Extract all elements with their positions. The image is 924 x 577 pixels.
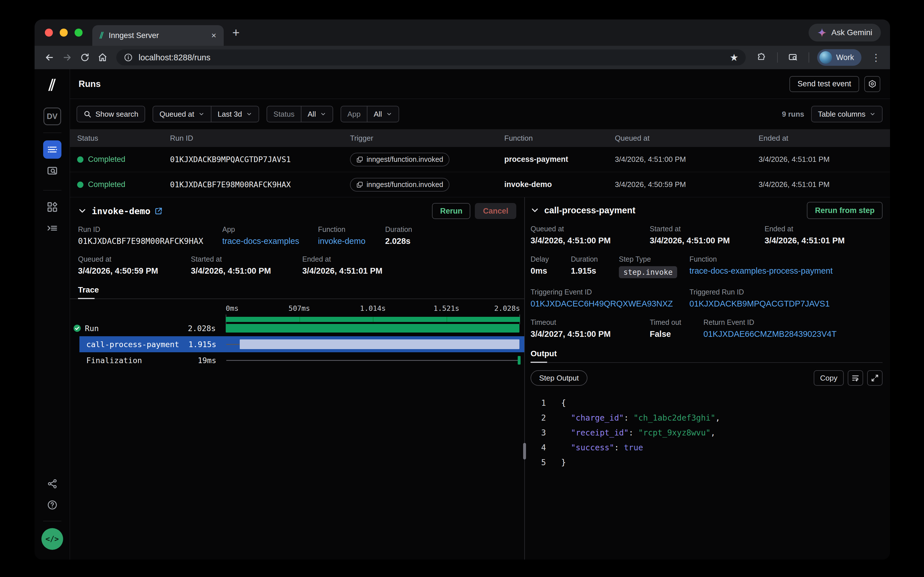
queued-at-cell: 3/4/2026, 4:50:59 PM [615, 180, 758, 189]
trigger-pill[interactable]: inngest/function.invoked [350, 153, 450, 166]
dev-tools-button[interactable]: </> [42, 528, 63, 550]
column-header[interactable]: Status [77, 134, 170, 143]
started-at-field: Started at 3/4/2026, 4:51:00 PM [191, 255, 302, 276]
external-link-icon[interactable] [154, 207, 163, 215]
app-field: App trace-docs-examples [222, 225, 318, 246]
close-window-button[interactable] [45, 29, 53, 37]
page-header: Runs Send test event [70, 69, 890, 99]
ask-gemini-button[interactable]: Ask Gemini [808, 24, 881, 42]
output-code-block[interactable]: 1 { 2 "charge_id": "ch_1abc2def3ghi", 3 … [530, 395, 882, 470]
tab-trace[interactable]: Trace [78, 285, 99, 298]
triggered-run-id-field: Triggered Run ID 01KJXDACKB9MPQACGTDP7JA… [689, 288, 882, 308]
rerun-from-step-button[interactable]: Rerun from step [807, 202, 882, 219]
home-icon[interactable] [95, 50, 110, 65]
gemini-sparkle-icon [817, 28, 827, 37]
forward-icon[interactable] [60, 50, 75, 65]
column-header[interactable]: Queued at [615, 134, 758, 143]
run-id-cell[interactable]: 01KJXDACKB9MPQACGTDP7JAVS1 [170, 155, 350, 164]
word-wrap-button[interactable] [848, 370, 863, 386]
app-filter: App All [341, 106, 399, 122]
sidebar-item-doc-search[interactable] [43, 161, 61, 180]
column-header[interactable]: Run ID [170, 134, 350, 143]
tab-strip: ⫽ Inngest Server × + Ask Gemini [35, 19, 890, 46]
time-range-dropdown[interactable]: Last 3d [211, 106, 259, 122]
return-event-id-link[interactable]: 01KJXDAE66CMZMB28439023V4T [704, 329, 882, 339]
share-button[interactable] [43, 475, 61, 493]
chevron-down-icon[interactable] [78, 207, 87, 215]
trace-waterfall: 0ms 507ms 1.014s 1.521s 2.028s [70, 302, 524, 368]
app-link[interactable]: trace-docs-examples [222, 237, 318, 246]
toolbar-divider [808, 52, 809, 63]
output-tabs: Output [530, 349, 882, 363]
timeout-field: Timeout3/4/2027, 4:51:00 PM [530, 318, 650, 339]
rerun-button[interactable]: Rerun [432, 203, 470, 219]
column-header[interactable]: Ended at [758, 134, 890, 143]
back-icon[interactable] [42, 50, 57, 65]
sidebar-item-runs[interactable] [43, 140, 61, 159]
panel-resize-handle[interactable] [523, 443, 526, 459]
run-span-bar[interactable] [226, 324, 519, 332]
chevron-down-icon [320, 111, 326, 117]
function-link[interactable]: invoke-demo [318, 237, 385, 246]
step-span-bar[interactable] [240, 339, 519, 349]
status-filter: Status All [267, 106, 333, 122]
profile-chip[interactable]: Work [817, 49, 861, 66]
tab-output[interactable]: Output [530, 349, 557, 362]
extensions-icon[interactable] [754, 50, 769, 65]
trace-span-finalization[interactable]: Finalization 19ms [70, 352, 524, 368]
step-output-button[interactable]: Step Output [530, 370, 587, 386]
finalization-span-bar[interactable] [518, 356, 521, 364]
tab-search-icon[interactable] [786, 50, 800, 65]
table-row[interactable]: Completed 01KJXDACBF7E98M00RAFCK9HAX inn… [70, 172, 890, 197]
trace-span-run[interactable]: Run 2.028s [70, 320, 524, 336]
ended-at-field: Ended at 3/4/2026, 4:51:01 PM [302, 255, 516, 276]
status-dot [77, 156, 84, 163]
show-search-button[interactable]: Show search [77, 106, 145, 122]
tab-close-icon[interactable]: × [211, 31, 216, 40]
settings-gear-button[interactable] [864, 76, 880, 92]
queued-at-cell: 3/4/2026, 4:51:00 PM [615, 155, 758, 164]
table-row[interactable]: Completed 01KJXDACKB9MPQACGTDP7JAVS1 inn… [70, 147, 890, 172]
app-dropdown[interactable]: All [367, 106, 399, 122]
browser-menu-icon[interactable]: ⋮ [871, 52, 881, 63]
send-test-event-button[interactable]: Send test event [789, 76, 859, 92]
expand-button[interactable] [867, 370, 882, 386]
queued-at-field: Queued at 3/4/2026, 4:50:59 PM [78, 255, 191, 276]
function-field: Function invoke-demo [318, 225, 385, 246]
check-circle-icon [73, 324, 82, 332]
url-text[interactable]: localhost:8288/runs [138, 53, 724, 62]
triggering-event-id-link[interactable]: 01KJXDACEC6H49QRQXWEA93NXZ [530, 299, 689, 308]
browser-tab[interactable]: ⫽ Inngest Server × [92, 25, 224, 46]
ruler-tick-label: 507ms [289, 304, 310, 313]
time-field-dropdown[interactable]: Queued at [153, 106, 211, 122]
run-id-field: Run ID 01KJXDACBF7E98M00RAFCK9HAX [78, 225, 222, 246]
sidebar-item-terminal[interactable] [43, 219, 61, 237]
site-info-icon[interactable] [124, 53, 133, 62]
column-header[interactable]: Function [504, 134, 615, 143]
ruler-tick-label: 1.014s [360, 304, 386, 313]
trigger-pill[interactable]: inngest/function.invoked [350, 178, 450, 192]
status-dropdown[interactable]: All [301, 106, 333, 122]
trace-span-step[interactable]: call-process-payment 1.915s [70, 336, 524, 352]
bookmark-star-icon[interactable]: ★ [730, 52, 738, 63]
reload-icon[interactable] [77, 50, 92, 65]
ended-at-cell: 3/4/2026, 4:51:01 PM [758, 180, 890, 189]
sidebar-item-apps[interactable] [43, 198, 61, 216]
chevron-down-icon[interactable] [530, 206, 539, 215]
step-function-link[interactable]: trace-docs-examples-process-payment [689, 266, 882, 276]
table-columns-dropdown[interactable]: Table columns [811, 106, 882, 122]
copy-button[interactable]: Copy [814, 370, 844, 386]
step-details-panel: call-process-payment Rerun from step Que… [525, 197, 890, 559]
run-id-cell[interactable]: 01KJXDACBF7E98M00RAFCK9HAX [170, 180, 350, 189]
minimize-window-button[interactable] [60, 29, 68, 37]
zoom-window-button[interactable] [75, 29, 83, 37]
workspace-badge[interactable]: DV [43, 108, 61, 125]
new-tab-button[interactable]: + [232, 26, 240, 40]
help-button[interactable] [43, 496, 61, 514]
cancel-button[interactable]: Cancel [475, 203, 516, 219]
inngest-favicon-icon: ⫽ [100, 31, 103, 40]
run-details-panel: invoke-demo Rerun Cancel Run ID 01KJXDAC… [70, 197, 525, 559]
column-header[interactable]: Trigger [350, 134, 504, 143]
address-bar[interactable]: localhost:8288/runs ★ [116, 50, 746, 66]
triggered-run-id-link[interactable]: 01KJXDACKB9MPQACGTDP7JAVS1 [689, 299, 882, 308]
